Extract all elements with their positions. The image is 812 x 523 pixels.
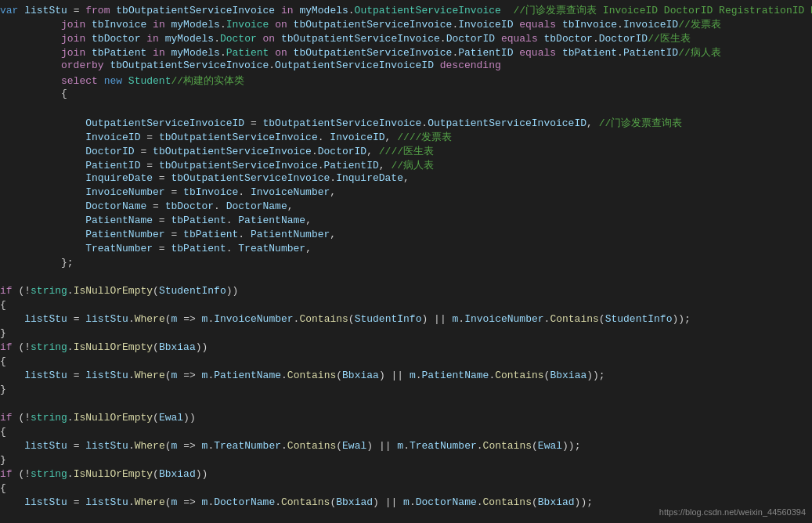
code-line: {: [0, 355, 812, 370]
code-line: listStu = listStu.Where(m => m.InvoiceNu…: [0, 313, 812, 327]
code-line: if (!string.IsNullOrEmpty(Ewal)): [0, 412, 812, 426]
code-line: if (!string.IsNullOrEmpty(Bbxiaa)): [0, 341, 812, 355]
code-line: orderby tbOutpatientServiceInvoice.Outpa…: [0, 60, 812, 74]
code-line: select new Student//构建的实体类: [0, 74, 812, 88]
code-line: {: [0, 299, 812, 313]
code-line: [0, 271, 812, 285]
code-line: }: [0, 327, 812, 341]
code-line: if (!string.IsNullOrEmpty(Bbxiad)): [0, 468, 812, 482]
code-line: {: [0, 482, 812, 496]
code-line: listStu = listStu.Where(m => m.TreatNumb…: [0, 440, 812, 454]
code-line: PatientNumber = tbPatient. PatientNumber…: [0, 229, 812, 243]
code-line: }: [0, 454, 812, 468]
code-line: }: [0, 384, 812, 398]
code-line: join tbDoctor in myModels.Doctor on tbOu…: [0, 31, 812, 45]
code-line: InvoiceID = tbOutpatientServiceInvoice. …: [0, 130, 812, 144]
code-line: };: [0, 257, 812, 271]
code-line: join tbPatient in myModels.Patient on tb…: [0, 45, 812, 60]
code-line: OutpatientServiceInvoiceID = tbOutpatien…: [0, 116, 812, 130]
watermark-text: https://blog.csdn.net/weixin_44560394: [659, 507, 806, 517]
code-line: PatientID = tbOutpatientServiceInvoice.P…: [0, 158, 812, 172]
code-line: TreatNumber = tbPatient. TreatNumber,: [0, 243, 812, 257]
code-editor: var listStu = from tbOutpatientServiceIn…: [0, 0, 812, 523]
code-line: if (!string.IsNullOrEmpty(StudentInfo)): [0, 285, 812, 299]
code-line: {: [0, 88, 812, 102]
code-line: var listStu = from tbOutpatientServiceIn…: [0, 3, 812, 17]
code-line: {: [0, 426, 812, 440]
code-line: PatientName = tbPatient. PatientName,: [0, 215, 812, 229]
code-line: DoctorID = tbOutpatientServiceInvoice.Do…: [0, 144, 812, 158]
code-line: InvoiceNumber = tbInvoice. InvoiceNumber…: [0, 186, 812, 200]
code-line: [0, 398, 812, 412]
code-line: listStu = listStu.Where(m => m.PatientNa…: [0, 370, 812, 384]
code-line: InquireDate = tbOutpatientServiceInvoice…: [0, 172, 812, 186]
code-line: [0, 102, 812, 116]
code-line: join tbInvoice in myModels.Invoice on tb…: [0, 17, 812, 31]
code-line: DoctorName = tbDoctor. DoctorName,: [0, 200, 812, 215]
